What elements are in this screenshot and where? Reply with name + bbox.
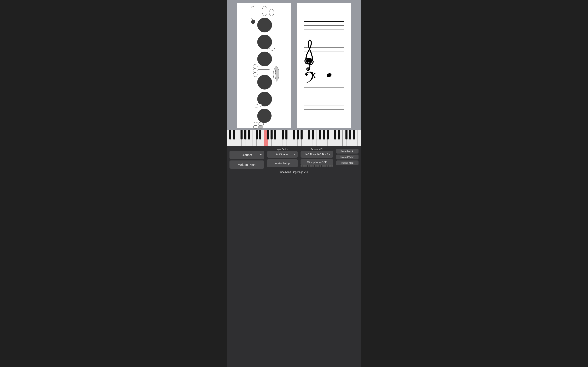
black-key[interactable]	[349, 130, 351, 140]
lower-ledger-lines	[304, 97, 344, 109]
footer-version: Woodwind Fingerings v1.0	[229, 171, 359, 174]
written-pitch-label: Written Pitch	[238, 163, 256, 166]
side-key-cluster[interactable]	[272, 65, 283, 83]
black-key[interactable]	[282, 130, 284, 140]
tonehole-6[interactable]	[257, 109, 272, 123]
register-key-slot[interactable]	[251, 6, 254, 20]
app-stage: Clarinet Written Pitch Input Device MIDI…	[227, 0, 361, 367]
thumb-key[interactable]	[251, 20, 255, 24]
chevron-down-icon	[329, 154, 331, 155]
record-video-button[interactable]: Record Video	[336, 155, 359, 159]
black-key[interactable]	[293, 130, 295, 140]
bridge-line	[258, 69, 269, 69]
black-key[interactable]	[319, 130, 321, 140]
black-key[interactable]	[334, 130, 336, 140]
svg-point-0	[307, 58, 311, 63]
pinky-key-4[interactable]	[258, 125, 263, 129]
bass-clef-icon	[304, 70, 316, 85]
ring-key-3[interactable]	[253, 72, 258, 77]
black-key[interactable]	[270, 130, 273, 140]
black-key[interactable]	[301, 130, 303, 140]
fingering-panel	[237, 3, 291, 128]
external-midi-label: External MIDI	[301, 148, 333, 150]
black-key[interactable]	[285, 130, 287, 140]
black-key[interactable]	[244, 130, 246, 140]
black-key[interactable]	[327, 130, 329, 140]
upper-side-key-b[interactable]	[269, 9, 274, 16]
black-key[interactable]	[267, 130, 269, 140]
notation-panel	[297, 3, 351, 128]
sliver-key-right[interactable]	[254, 103, 262, 108]
black-key[interactable]	[274, 130, 276, 140]
black-key[interactable]	[308, 130, 310, 140]
audio-setup-button[interactable]: Audio Setup	[267, 159, 298, 167]
black-key[interactable]	[346, 130, 347, 140]
microphone-toggle[interactable]: Microphone OFF	[301, 159, 333, 165]
black-key[interactable]	[256, 130, 258, 140]
black-key[interactable]	[323, 130, 325, 140]
svg-point-2	[314, 76, 315, 78]
record-audio-button[interactable]: Record Audio	[336, 149, 359, 154]
upper-ledger-lines	[304, 21, 344, 34]
record-midi-label: Record MIDI	[341, 162, 354, 164]
panels-row	[227, 0, 361, 130]
audio-setup-label: Audio Setup	[275, 162, 290, 165]
tonehole-4[interactable]	[257, 75, 272, 90]
external-midi-value: IAC Driver IAC Bus 1	[305, 153, 329, 156]
black-key[interactable]	[312, 130, 314, 140]
microphone-label: Microphone OFF	[307, 161, 327, 164]
controls-bar: Clarinet Written Pitch Input Device MIDI…	[227, 146, 361, 367]
record-audio-label: Record Audio	[341, 150, 354, 152]
treble-clef-icon	[303, 39, 316, 72]
ring-key-2[interactable]	[253, 68, 258, 73]
black-key[interactable]	[259, 130, 261, 140]
upper-side-key-a[interactable]	[262, 6, 267, 16]
black-key[interactable]	[338, 130, 340, 140]
svg-point-1	[314, 73, 315, 75]
tonehole-2[interactable]	[257, 35, 272, 49]
black-key[interactable]	[233, 130, 235, 140]
black-key[interactable]	[229, 130, 231, 140]
pinky-key-3[interactable]	[253, 125, 259, 129]
input-device-value: MIDI Input	[276, 153, 288, 156]
tonehole-3[interactable]	[257, 52, 272, 66]
written-pitch-button[interactable]: Written Pitch	[229, 160, 264, 169]
input-device-dropdown[interactable]: MIDI Input	[267, 151, 298, 158]
black-key[interactable]	[297, 130, 299, 140]
chevron-down-icon	[293, 154, 295, 155]
record-midi-button[interactable]: Record MIDI	[336, 160, 359, 165]
black-key[interactable]	[353, 130, 355, 140]
ring-key-1[interactable]	[253, 64, 258, 69]
black-key[interactable]	[248, 130, 250, 140]
piano-keyboard[interactable]	[227, 130, 361, 146]
instrument-dropdown[interactable]: Clarinet	[229, 151, 264, 159]
white-key[interactable]	[357, 130, 361, 146]
instrument-value: Clarinet	[242, 153, 252, 157]
mic-level-meter	[301, 165, 333, 167]
chevron-down-icon	[260, 154, 262, 155]
black-key[interactable]	[241, 130, 242, 140]
record-video-label: Record Video	[341, 156, 354, 158]
tonehole-1[interactable]	[257, 18, 272, 33]
external-midi-dropdown[interactable]: IAC Driver IAC Bus 1	[301, 151, 333, 158]
input-device-label: Input Device	[267, 148, 298, 150]
